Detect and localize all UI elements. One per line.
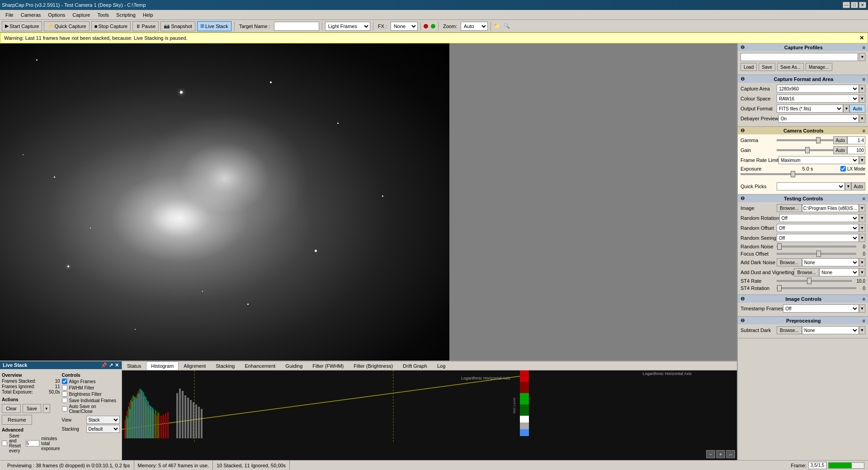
- tab-stacking[interactable]: Stacking: [211, 361, 240, 370]
- minimize-button[interactable]: —: [843, 2, 850, 8]
- save-reset-checkbox[interactable]: [2, 441, 7, 446]
- frame-rate-select[interactable]: Maximum: [778, 156, 859, 164]
- quick-capture-button[interactable]: ⚡ Quick Capture: [44, 21, 89, 31]
- stacking-select[interactable]: Default: [86, 425, 120, 433]
- testing-controls-header[interactable]: ⊖ Testing Controls ≡: [738, 195, 868, 202]
- close-button[interactable]: ✕: [859, 2, 866, 8]
- view-select[interactable]: Stack: [86, 416, 120, 424]
- subtract-dark-dropdown[interactable]: ▼: [859, 326, 865, 334]
- live-stack-button[interactable]: ⊞ Live Stack: [197, 21, 231, 31]
- hist-zoom-in[interactable]: +: [716, 450, 725, 458]
- subtract-dark-browse[interactable]: Browse...: [777, 326, 802, 334]
- frame-rate-dropdown[interactable]: ▼: [859, 156, 865, 164]
- quick-picks-dropdown[interactable]: ▼: [845, 182, 851, 190]
- tab-alignment[interactable]: Alignment: [179, 361, 211, 370]
- gamma-auto-button[interactable]: Auto: [833, 136, 847, 144]
- menu-options[interactable]: Options: [44, 11, 69, 19]
- menu-tools[interactable]: Tools: [94, 11, 113, 19]
- random-rotation-dropdown[interactable]: ▼: [859, 214, 865, 222]
- random-offset-dropdown[interactable]: ▼: [859, 224, 865, 232]
- manage-profiles-button[interactable]: Manage...: [806, 63, 832, 71]
- capture-area-dropdown[interactable]: ▼: [859, 85, 865, 93]
- log-axis-label[interactable]: Logarithmic Horizontal Axis: [642, 371, 692, 376]
- minutes-input[interactable]: [26, 440, 39, 446]
- random-rotation-select[interactable]: Off: [779, 214, 859, 222]
- save-as-profile-button[interactable]: Save As...: [777, 63, 804, 71]
- random-noise-thumb[interactable]: [777, 243, 782, 250]
- brightness-filter-checkbox[interactable]: [62, 391, 67, 397]
- add-dust-select[interactable]: None: [819, 268, 859, 276]
- menu-help[interactable]: Help: [139, 11, 157, 19]
- folder-icon[interactable]: 📁: [494, 23, 500, 29]
- warning-close-button[interactable]: ✕: [859, 35, 864, 41]
- camera-controls-header[interactable]: ⊖ Camera Controls ≡: [738, 127, 868, 134]
- random-noise-slider[interactable]: [777, 246, 856, 247]
- tab-status[interactable]: Status: [122, 361, 146, 370]
- add-dark-browse-button[interactable]: Browse...: [777, 258, 802, 266]
- tab-filter-fwhm[interactable]: Filter (FWHM): [307, 361, 349, 370]
- lx-mode-checkbox[interactable]: [840, 166, 846, 171]
- snapshot-button[interactable]: 📷 Snapshot: [160, 21, 195, 31]
- menu-capture[interactable]: Capture: [69, 11, 94, 19]
- profile-dropdown-arrow[interactable]: ▼: [859, 53, 865, 61]
- zoom-select[interactable]: Auto: [461, 22, 488, 31]
- menu-icon-6[interactable]: ≡: [863, 318, 865, 323]
- menu-icon-4[interactable]: ≡: [863, 196, 865, 201]
- add-dust-dropdown[interactable]: ▼: [859, 268, 865, 276]
- menu-icon-2[interactable]: ≡: [863, 76, 865, 82]
- menu-icon-5[interactable]: ≡: [863, 296, 865, 302]
- quick-picks-auto-button[interactable]: Auto: [851, 182, 865, 190]
- maximize-button[interactable]: □: [851, 2, 858, 8]
- image-browse-button[interactable]: Browse...: [777, 204, 802, 212]
- tab-enhancement[interactable]: Enhancement: [240, 361, 280, 370]
- auto-button[interactable]: Auto: [849, 104, 865, 113]
- st4-rotation-thumb[interactable]: [777, 285, 782, 291]
- tab-filter-brightness[interactable]: Filter (Brightness): [349, 361, 398, 370]
- hist-fit[interactable]: ↔: [726, 450, 735, 458]
- st4-rate-thumb[interactable]: [807, 278, 811, 284]
- random-seeing-dropdown[interactable]: ▼: [859, 234, 865, 242]
- random-seeing-select[interactable]: Off: [777, 234, 859, 242]
- debayer-dropdown[interactable]: ▼: [859, 114, 865, 123]
- light-frames-select[interactable]: Light Frames: [325, 22, 370, 31]
- hist-zoom-out[interactable]: −: [706, 450, 715, 458]
- auto-save-checkbox[interactable]: [62, 406, 67, 412]
- save-individual-checkbox[interactable]: [62, 398, 67, 403]
- add-dust-browse-button[interactable]: Browse...: [794, 268, 819, 276]
- frame-input[interactable]: [808, 462, 826, 469]
- menu-cameras[interactable]: Cameras: [17, 11, 45, 19]
- random-offset-select[interactable]: Off: [777, 224, 859, 232]
- save-button[interactable]: Save: [23, 404, 41, 413]
- fwhm-filter-checkbox[interactable]: [62, 385, 67, 390]
- st4-rate-slider[interactable]: [777, 280, 852, 282]
- quick-picks-select[interactable]: [777, 182, 845, 190]
- align-frames-checkbox[interactable]: [62, 379, 67, 384]
- gain-auto-button[interactable]: Auto: [833, 146, 847, 154]
- gamma-value-input[interactable]: [847, 136, 865, 144]
- add-dark-select[interactable]: None: [802, 258, 859, 266]
- pin-icon[interactable]: 📌: [101, 362, 107, 368]
- subtract-dark-select[interactable]: None: [802, 326, 859, 334]
- gain-value-input[interactable]: [847, 146, 865, 154]
- resume-button[interactable]: Resume: [2, 415, 32, 425]
- focus-offset-thumb[interactable]: [816, 251, 821, 257]
- image-path-dropdown[interactable]: ▼: [859, 204, 865, 212]
- clear-button[interactable]: Clear: [2, 404, 21, 413]
- save-profile-button[interactable]: Save: [759, 63, 775, 71]
- menu-scripting[interactable]: Scripting: [113, 11, 139, 19]
- load-profile-button[interactable]: Load: [741, 63, 757, 71]
- gamma-slider-thumb[interactable]: [816, 137, 821, 143]
- menu-icon[interactable]: ≡: [863, 45, 865, 50]
- output-format-dropdown[interactable]: ▼: [843, 104, 849, 113]
- menu-file[interactable]: File: [2, 11, 17, 19]
- st4-rotation-slider[interactable]: [777, 287, 856, 289]
- colour-space-dropdown[interactable]: ▼: [859, 95, 865, 103]
- colour-space-select[interactable]: RAW16: [777, 95, 859, 103]
- exposure-slider-thumb[interactable]: [791, 171, 795, 177]
- debayer-preview-select[interactable]: On: [778, 114, 859, 123]
- capture-format-header[interactable]: ⊖ Capture Format and Area ≡: [738, 75, 868, 83]
- image-controls-header[interactable]: ⊖ Image Controls ≡: [738, 295, 868, 303]
- tab-guiding[interactable]: Guiding: [280, 361, 307, 370]
- tab-histogram[interactable]: Histogram: [146, 361, 179, 370]
- pause-button[interactable]: ⏸ Pause: [132, 21, 159, 31]
